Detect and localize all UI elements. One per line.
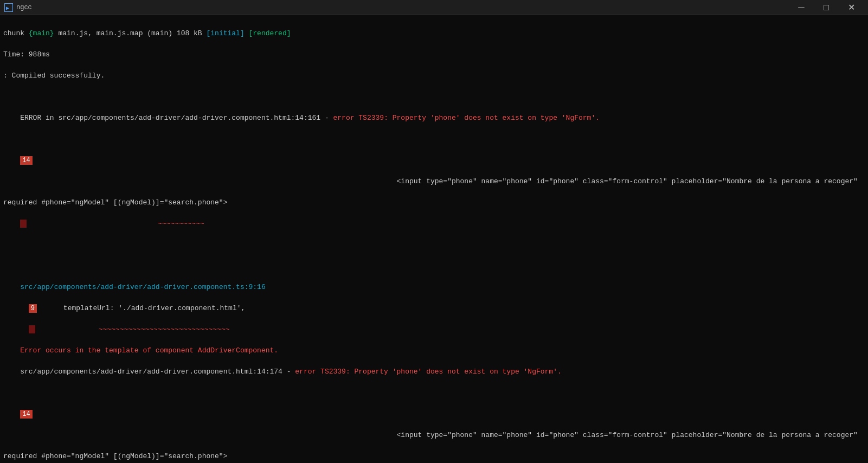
title-bar: ▶ ngcc ─ □ ✕: [0, 0, 868, 15]
blank-line-2: [3, 134, 865, 145]
error-marker-2: [29, 325, 35, 333]
compiled-line: : Compiled successfully.: [3, 70, 865, 81]
line-num-14a: 14: [3, 155, 865, 166]
window-controls: ─ □ ✕: [789, 0, 864, 15]
required-line-1a: required #phone="ngModel" [(ngModel)]="s…: [3, 197, 865, 208]
line-number-badge-14a: 14: [20, 156, 32, 165]
terminal-icon: ▶: [4, 3, 13, 12]
error-line-2: src/app/components/add-driver/add-driver…: [3, 366, 865, 377]
time-line: Time: 988ms: [3, 49, 865, 60]
title-bar-left: ▶ ngcc: [4, 3, 32, 12]
code-line-1b: <input type="phone" name="phone" id="pho…: [3, 430, 865, 441]
terminal-output: chunk {main} main.js, main.js.map (main)…: [0, 15, 868, 463]
error-occurs-line-1: Error occurs in the template of componen…: [3, 345, 865, 356]
required-line-1b: required #phone="ngModel" [(ngModel)]="s…: [3, 451, 865, 462]
blank-line-1: [3, 92, 865, 102]
maximize-button[interactable]: □: [814, 0, 839, 15]
line-number-badge-9a: 9: [29, 304, 37, 313]
blank-line-5: [3, 388, 865, 398]
error-marker-1a: [20, 220, 27, 228]
line-number-badge-14b: 14: [20, 410, 32, 419]
template-url-line-1: 9 templateUrl: './add-driver.component.h…: [3, 303, 865, 314]
error-line-1: ERROR in src/app/components/add-driver/a…: [3, 113, 865, 124]
src-link-1: src/app/components/add-driver/add-driver…: [3, 282, 865, 293]
minimize-button[interactable]: ─: [789, 0, 814, 15]
code-line-1a: <input type="phone" name="phone" id="pho…: [3, 176, 865, 187]
blank-line-4: [3, 261, 865, 272]
squiggle-line-2: ~~~~~~~~~~~~~~~~~~~~~~~~~~~~~~~: [3, 324, 865, 335]
chunk-line: chunk {main} main.js, main.js.map (main)…: [3, 28, 865, 39]
svg-text:▶: ▶: [6, 5, 9, 11]
squiggle-line-1a: ~~~~~~~~~~~: [3, 218, 865, 229]
line-num-14b: 14: [3, 409, 865, 420]
blank-line-3: [3, 240, 865, 250]
close-button[interactable]: ✕: [839, 0, 864, 15]
window-title: ngcc: [16, 4, 32, 11]
